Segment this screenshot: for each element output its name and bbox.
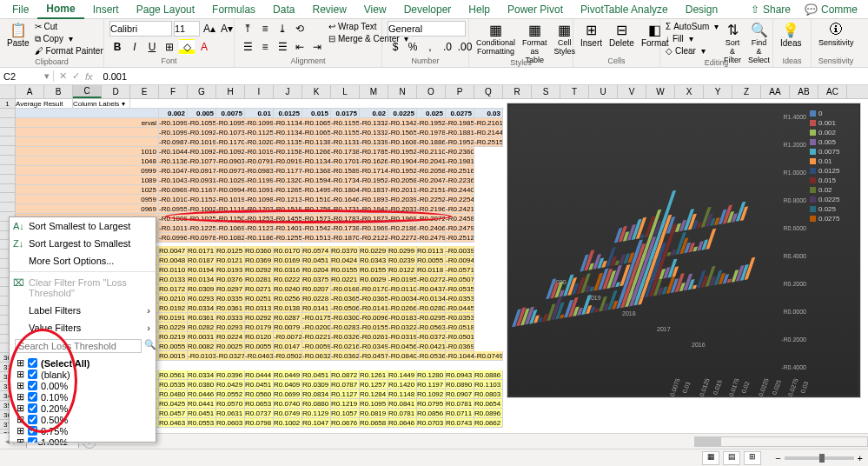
row-header[interactable]: 1 xyxy=(0,99,15,109)
data-cell[interactable]: -R0.0969 xyxy=(159,185,188,195)
row-header[interactable] xyxy=(0,109,15,118)
data-cell[interactable]: -R0.2058 xyxy=(388,176,417,185)
data-cell[interactable]: R0.0170 xyxy=(274,246,302,256)
data-cell[interactable]: R0.0239 xyxy=(388,256,417,265)
data-cell[interactable]: R0.0204 xyxy=(302,265,331,275)
horizontal-scrollbar[interactable] xyxy=(694,436,868,447)
col-header-A[interactable]: A xyxy=(16,85,44,98)
data-cell[interactable]: R0.0110 xyxy=(159,265,188,275)
data-cell[interactable]: -R0.1542 xyxy=(302,223,331,233)
data-cell[interactable]: -R0.1065 xyxy=(302,118,331,128)
data-cell[interactable]: -R0.1069 xyxy=(216,223,245,233)
data-cell[interactable]: R0.0309 xyxy=(188,284,216,294)
data-cell[interactable]: R0.0147 xyxy=(274,342,302,351)
search-icon[interactable]: 🔍 xyxy=(144,339,156,353)
data-cell[interactable]: -R0.0978 xyxy=(188,233,216,243)
col-header-P[interactable]: P xyxy=(446,85,474,98)
align-center-button[interactable]: ≡ xyxy=(257,39,273,55)
data-cell[interactable]: -R0.1091 xyxy=(245,185,274,195)
border-button[interactable]: ⊞ xyxy=(162,39,177,55)
tab-formulas[interactable]: Formulas xyxy=(203,1,264,18)
data-cell[interactable]: -R0.1152 xyxy=(188,195,216,204)
comma-button[interactable]: , xyxy=(422,39,438,55)
data-cell[interactable]: R0.0334 xyxy=(188,303,216,313)
data-cell[interactable]: -R0.1131 xyxy=(331,137,360,147)
format-painter-button[interactable]: 🖌Format Painter xyxy=(35,45,103,57)
data-cell[interactable]: R0.0194 xyxy=(188,265,216,275)
data-cell[interactable]: R0.0360 xyxy=(245,246,274,256)
data-cell[interactable]: -R0.0919 xyxy=(274,156,302,166)
row-header[interactable] xyxy=(0,156,15,165)
filter-item[interactable]: ⊞0.50% xyxy=(17,414,152,425)
data-cell[interactable]: -R0.1134 xyxy=(302,156,331,166)
row-header[interactable] xyxy=(0,136,15,146)
data-cell[interactable]: R0.0122 xyxy=(388,265,417,275)
data-cell[interactable]: -R0.0353 xyxy=(446,313,474,323)
data-cell[interactable]: R0.0113 xyxy=(417,246,446,256)
data-cell[interactable]: -R0.0195 xyxy=(388,275,417,284)
data-cell[interactable]: R0.0424 xyxy=(331,256,360,265)
data-cell[interactable]: -R0.1095 xyxy=(216,118,245,128)
data-cell[interactable]: R0.0282 xyxy=(188,323,216,332)
indent-decrease-button[interactable]: ⇤ xyxy=(292,39,308,55)
data-cell[interactable]: -R0.0372 xyxy=(417,332,446,342)
data-cell[interactable]: -R0.1969 xyxy=(360,223,388,233)
data-cell[interactable]: -R0.1098 xyxy=(245,195,274,204)
share-button[interactable]: ⇧Share xyxy=(744,1,798,18)
data-cell[interactable]: -R0.2252 xyxy=(417,195,446,204)
data-cell[interactable]: R0.0048 xyxy=(159,256,188,265)
data-cell[interactable]: R0.0376 xyxy=(216,275,245,284)
data-cell[interactable]: R0.0187 xyxy=(188,256,216,265)
data-cell[interactable]: R0.0299 xyxy=(388,246,417,256)
comments-button[interactable]: 💬Comme xyxy=(798,1,865,18)
data-cell[interactable]: -R0.2058 xyxy=(417,166,446,176)
data-cell[interactable]: -R0.1073 xyxy=(216,128,245,137)
data-cell[interactable]: -R0.1077 xyxy=(188,156,216,166)
label-filters-item[interactable]: Label Filters xyxy=(10,302,156,319)
tab-file[interactable]: File xyxy=(3,1,37,18)
data-cell[interactable]: R0.0316 xyxy=(274,265,302,275)
data-cell[interactable]: -R0.0349 xyxy=(360,342,388,351)
data-cell[interactable]: R0.0171 xyxy=(188,246,216,256)
data-cell[interactable]: -R0.1011 xyxy=(159,223,188,233)
percent-button[interactable]: % xyxy=(405,39,421,55)
data-cell[interactable]: -R0.0791 xyxy=(245,156,274,166)
data-cell[interactable]: -R0.1731 xyxy=(331,204,360,214)
data-cell[interactable]: -R0.1043 xyxy=(159,176,188,185)
col-header-D[interactable]: D xyxy=(102,85,130,98)
data-cell[interactable]: -R0.0322 xyxy=(388,323,417,332)
data-cell[interactable]: -R0.0261 xyxy=(360,332,388,342)
fx-button[interactable]: fx xyxy=(85,71,93,82)
data-cell[interactable]: -R0.0094 xyxy=(446,256,474,265)
data-cell[interactable]: -R0.1099 xyxy=(159,118,188,128)
data-cell[interactable]: -R0.2254 xyxy=(446,195,474,204)
data-cell[interactable]: R0.0055 xyxy=(159,342,188,351)
cut-button[interactable]: ✂Cut xyxy=(35,21,103,32)
data-cell[interactable]: -R0.1499 xyxy=(302,185,331,195)
col-header-T[interactable]: T xyxy=(560,85,589,98)
data-cell[interactable]: -R0.1150 xyxy=(216,214,245,223)
data-cell[interactable]: -R0.1701 xyxy=(331,156,360,166)
data-cell[interactable]: -R0.1025 xyxy=(188,214,216,223)
filter-item-select-all[interactable]: ⊞(Select All) xyxy=(17,357,152,369)
data-cell[interactable]: -R0.0535 xyxy=(446,284,474,294)
data-cell[interactable]: -R0.1952 xyxy=(446,137,474,147)
page-break-view-button[interactable]: ⊞ xyxy=(744,451,761,465)
data-cell[interactable]: -R0.1199 xyxy=(245,176,274,185)
data-cell[interactable]: R0.0125 xyxy=(216,246,245,256)
data-cell[interactable]: -R0.1092 xyxy=(216,147,245,156)
data-cell[interactable]: -R0.1065 xyxy=(302,128,331,137)
data-cell[interactable]: -R0.0917 xyxy=(188,166,216,176)
data-cell[interactable]: R0.0271 xyxy=(245,284,274,294)
col-header-X[interactable]: X xyxy=(675,85,704,98)
data-cell[interactable]: -R0.1170 xyxy=(216,137,245,147)
data-cell[interactable]: -R0.2458 xyxy=(446,214,474,223)
data-cell[interactable]: -R0.1092 xyxy=(188,128,216,137)
data-cell[interactable]: -R0.1573 xyxy=(302,214,331,223)
tab-design[interactable]: Design xyxy=(677,1,726,18)
zoom-in-button[interactable]: + xyxy=(858,453,863,463)
col-header-AA[interactable]: AA xyxy=(761,85,790,98)
data-cell[interactable]: R0.0221 xyxy=(331,275,360,284)
data-cell[interactable]: -R0.1837 xyxy=(360,185,388,195)
data-cell[interactable]: -R0.1253 xyxy=(245,214,274,223)
